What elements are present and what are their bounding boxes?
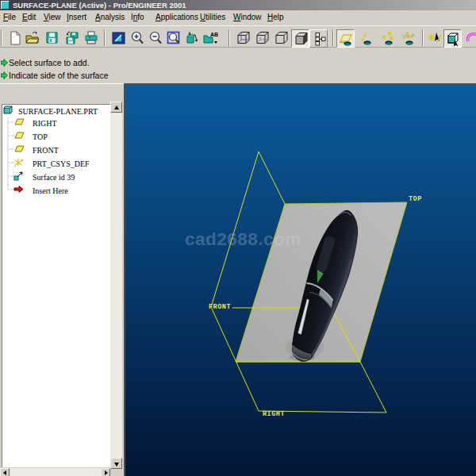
svg-text:SURFACE-PLANE.PRT: SURFACE-PLANE.PRT	[18, 107, 98, 116]
svg-text:RIGHT: RIGHT	[263, 410, 285, 418]
svg-text:cad2688.com: cad2688.com	[185, 229, 301, 249]
svg-text:TOP: TOP	[33, 132, 48, 141]
svg-text:FRONT: FRONT	[209, 303, 231, 311]
svg-text:Insert Here: Insert Here	[33, 186, 68, 195]
svg-text:PRT_CSYS_DEF: PRT_CSYS_DEF	[33, 159, 90, 168]
svg-text:AB: AB	[210, 32, 218, 37]
svg-text:RIGHT: RIGHT	[33, 119, 57, 128]
svg-text:TOP: TOP	[409, 195, 422, 203]
svg-text:FRONT: FRONT	[33, 146, 59, 155]
svg-text:Surface id 39: Surface id 39	[33, 173, 75, 182]
